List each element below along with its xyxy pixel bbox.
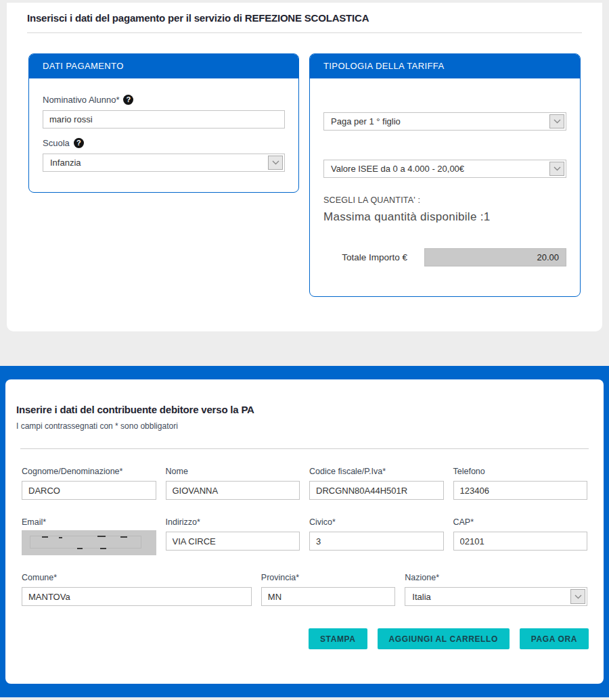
- email-redacted-input[interactable]: [22, 530, 156, 555]
- chevron-down-icon: [268, 156, 283, 170]
- provincia-input[interactable]: [261, 587, 396, 606]
- debtor-divider: [20, 448, 589, 449]
- surname-input[interactable]: [22, 481, 156, 500]
- cap-field: CAP*: [453, 517, 588, 555]
- fiscal-code-label: Codice fiscale/P.Iva*: [309, 467, 444, 476]
- total-row: Totale Importo € 20.00: [323, 248, 566, 266]
- chevron-down-icon: [549, 114, 564, 129]
- add-to-cart-button[interactable]: AGGIUNGI AL CARRELLO: [378, 628, 510, 649]
- phone-label: Telefono: [453, 467, 588, 476]
- form-row-1: Cognome/Denominazione* Nome Codice fisca…: [16, 467, 593, 500]
- civic-label: Civico*: [309, 517, 444, 527]
- debtor-section: Inserire i dati del contribuente debitor…: [0, 366, 609, 697]
- student-name-label: Nominativo Alunno*: [43, 95, 119, 105]
- comune-field: Comune*: [22, 573, 252, 606]
- surname-label: Cognome/Denominazione*: [22, 467, 156, 476]
- comune-label: Comune*: [22, 573, 252, 582]
- fiscal-code-input[interactable]: [309, 481, 444, 500]
- isee-select[interactable]: Valore ISEE da 0 a 4.000 - 20,00€: [323, 160, 566, 178]
- debtor-card: Inserire i dati del contribuente debitor…: [5, 379, 604, 684]
- child-select[interactable]: Paga per 1 ° figlio: [323, 112, 566, 131]
- provincia-field: Provincia*: [261, 573, 396, 606]
- name-label: Nome: [166, 467, 300, 476]
- school-select[interactable]: Infanzia: [43, 154, 285, 172]
- provincia-label: Provincia*: [261, 573, 396, 582]
- panels-row: DATI PAGAMENTO Nominativo Alunno* ? Scuo…: [22, 53, 587, 297]
- print-button[interactable]: STAMPA: [309, 628, 367, 649]
- email-label: Email*: [22, 517, 156, 527]
- address-label: Indirizzo*: [166, 517, 300, 527]
- debtor-title: Inserire i dati del contribuente debitor…: [16, 404, 593, 415]
- isee-select-value: Valore ISEE da 0 a 4.000 - 20,00€: [331, 164, 464, 174]
- chevron-down-icon: [570, 589, 585, 604]
- actions-row: STAMPA AGGIUNGI AL CARRELLO PAGA ORA: [16, 628, 593, 649]
- help-icon[interactable]: ?: [74, 138, 84, 148]
- total-amount-field: 20.00: [424, 248, 566, 266]
- cap-label: CAP*: [453, 517, 588, 527]
- student-name-input[interactable]: [43, 110, 285, 129]
- surname-field: Cognome/Denominazione*: [22, 467, 156, 500]
- name-input[interactable]: [166, 481, 300, 500]
- title-divider: [27, 32, 582, 33]
- address-field: Indirizzo*: [166, 517, 300, 555]
- payment-card: Inserisci i dati del pagamento per il se…: [7, 3, 602, 331]
- chevron-down-icon: [549, 162, 564, 176]
- civic-input[interactable]: [309, 532, 444, 551]
- payment-data-panel: DATI PAGAMENTO Nominativo Alunno* ? Scuo…: [28, 53, 299, 193]
- help-icon[interactable]: ?: [123, 95, 133, 105]
- debtor-subtitle: I campi contrassegnati con * sono obblig…: [16, 421, 593, 431]
- phone-field: Telefono: [453, 467, 588, 500]
- fiscal-code-field: Codice fiscale/P.Iva*: [309, 467, 444, 500]
- total-label: Totale Importo €: [342, 252, 407, 262]
- top-section: Inserisci i dati del pagamento per il se…: [0, 0, 609, 331]
- phone-input[interactable]: [453, 481, 588, 500]
- nazione-select-value: Italia: [412, 592, 430, 602]
- school-select-value: Infanzia: [50, 158, 81, 168]
- email-field: Email*: [22, 517, 156, 555]
- tariff-panel-body: Paga per 1 ° figlio Valore ISEE da 0 a 4…: [310, 78, 580, 296]
- form-row-2: Email* Indirizzo* Civico* CAP*: [16, 517, 593, 555]
- tariff-panel: TIPOLOGIA DELLA TARIFFA Paga per 1 ° fig…: [309, 53, 581, 297]
- child-select-value: Paga per 1 ° figlio: [331, 116, 401, 126]
- payment-panel-body: Nominativo Alunno* ? Scuola ? Infanzia: [29, 78, 298, 192]
- nazione-label: Nazione*: [405, 573, 587, 582]
- nazione-select[interactable]: Italia: [405, 587, 587, 606]
- name-field: Nome: [166, 467, 300, 500]
- civic-field: Civico*: [309, 517, 444, 555]
- pay-now-button[interactable]: PAGA ORA: [520, 628, 589, 649]
- section-gap: [0, 331, 609, 366]
- payment-panel-header: DATI PAGAMENTO: [29, 54, 298, 78]
- cap-input[interactable]: [453, 532, 588, 551]
- address-input[interactable]: [166, 532, 300, 551]
- school-label-row: Scuola ?: [43, 138, 285, 148]
- quantity-label: SCEGLI LA QUANTITA' :: [323, 195, 566, 205]
- student-name-label-row: Nominativo Alunno* ?: [43, 95, 285, 105]
- form-row-3: Comune* Provincia* Nazione* Italia: [16, 573, 593, 606]
- comune-input[interactable]: [22, 587, 252, 606]
- school-label: Scuola: [43, 138, 70, 148]
- tariff-panel-header: TIPOLOGIA DELLA TARIFFA: [310, 54, 580, 78]
- max-quantity-text: Massima quantità disponibile :1: [323, 210, 566, 224]
- nazione-field: Nazione* Italia: [405, 573, 587, 606]
- page-title: Inserisci i dati del pagamento per il se…: [27, 12, 582, 24]
